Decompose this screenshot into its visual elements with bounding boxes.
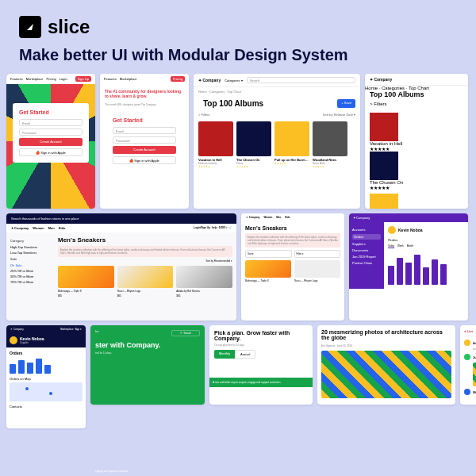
- search-input[interactable]: Search: [247, 77, 355, 83]
- album-item[interactable]: The Chosen On★★★★★: [370, 152, 463, 190]
- filter-radio[interactable]: On Sale: [10, 263, 50, 267]
- plan-card: Pick a plan. Grow faster with Company. T…: [209, 325, 313, 405]
- sort-dropdown[interactable]: Sort by Recommended ▾: [58, 259, 232, 263]
- community-headline: The #1 community for designers looking t…: [100, 84, 189, 103]
- password-field[interactable]: Password: [19, 129, 83, 136]
- albums-card-narrow: ✦ Company Home · Categories · Top Chart …: [365, 74, 468, 209]
- signup-form: Get Started Email Password Create Accoun…: [13, 103, 89, 163]
- nav-login[interactable]: Login: [60, 77, 67, 81]
- section-title: Men's Sneakers: [58, 236, 232, 244]
- filter-checkbox[interactable]: High-Top Sneakers: [10, 245, 50, 249]
- orders-chart: [388, 253, 464, 285]
- sneakers-card: Search thousands of fashion stores in on…: [6, 213, 236, 321]
- filters-toggle[interactable]: > Filters: [370, 102, 387, 106]
- sort-dropdown[interactable]: Sort by Release Date ▾: [323, 113, 355, 117]
- album-item[interactable]: Pull up on Her Burning Lips★★★★★: [274, 121, 309, 168]
- community-sub: This month 900+ designers joined The Com…: [100, 103, 189, 106]
- filter-sidebar: Category High-Top Sneakers Low-Top Sneak…: [6, 232, 54, 301]
- form-title: Get Started: [113, 117, 176, 123]
- product-card[interactable]: Gucci — Rhyton Logo$85: [117, 266, 174, 298]
- article-byline: Erin Spencer · June 20, 2019: [317, 344, 455, 347]
- create-account-button[interactable]: Create Account: [19, 138, 83, 146]
- sidebar-item-chain[interactable]: Product Chain: [352, 261, 381, 265]
- page-title: Top 100 Albums: [198, 99, 268, 108]
- album-item[interactable]: The Chosen OnFuture★★★★★: [236, 121, 271, 168]
- nav-features[interactable]: Features: [10, 77, 23, 81]
- tab-month[interactable]: Month: [407, 244, 413, 248]
- filter-radio[interactable]: 70% Off or More: [10, 280, 50, 284]
- faster-card-green: In ▾🔍 Search ster with Company. trial fo…: [90, 325, 205, 405]
- tab-today[interactable]: Today: [388, 244, 394, 248]
- filter-radio[interactable]: 20% Off or More: [10, 269, 50, 273]
- create-account-button[interactable]: Create Account: [113, 146, 176, 154]
- signup-card-hero: Features Marketplace Pricing Login Sign …: [6, 74, 95, 209]
- sidebar-item-report[interactable]: Jan 2019 Report: [352, 255, 381, 259]
- form-title: Get Started: [19, 109, 83, 115]
- monthly-toggle[interactable]: Monthly: [214, 350, 235, 359]
- album-item[interactable]: Vacation in HellFlatbush Zombies★★★★★: [198, 121, 233, 168]
- article-title: 20 mesmerizing photos of architecture ac…: [317, 325, 455, 344]
- signup-button[interactable]: Sign Up: [75, 76, 91, 82]
- brand-name: slice: [48, 16, 90, 38]
- avatar: [388, 226, 396, 234]
- sidebar-item-accounts[interactable]: Accounts: [352, 228, 381, 232]
- headline: ster with Company.: [95, 341, 200, 349]
- slice-icon: [19, 16, 41, 38]
- contact-name[interactable]: Niyah Solemi: [473, 390, 476, 394]
- album-item[interactable]: Pull up on Her Burning Lips: [370, 194, 463, 209]
- article-card: 20 mesmerizing photos of architecture ac…: [317, 325, 455, 405]
- save-button[interactable]: + Save: [337, 99, 355, 108]
- apple-signin-button[interactable]: 🍎 Sign in with Apple: [113, 156, 176, 164]
- nav-pricing[interactable]: Pricing: [171, 76, 185, 82]
- page-title: Top 100 Albums: [365, 90, 468, 98]
- dashboard-card: ✦ Company Accounts Orders Suppliers Docu…: [349, 213, 468, 321]
- live-badge: ● Live: [464, 329, 474, 333]
- annual-toggle[interactable]: Annual: [235, 350, 255, 359]
- filter-button[interactable]: Filter ▾: [294, 250, 341, 258]
- contact-name[interactable]: Justine Robinson: [473, 355, 476, 359]
- password-field[interactable]: Password: [113, 136, 176, 144]
- album-item[interactable]: Woodland RitesGrass Moth★★★★★: [313, 121, 347, 168]
- sneakers-card-narrow: ✦ CompanyWomenMenKids Men's Sneakers Exp…: [241, 213, 344, 321]
- search-banner: Search thousands of fashion stores in on…: [6, 213, 236, 224]
- top-nav: Features Marketplace Pricing Login Sign …: [6, 74, 95, 84]
- categories-dropdown[interactable]: Categories ▾: [225, 79, 242, 83]
- message-image: [473, 363, 476, 386]
- plan-headline: Pick a plan. Grow faster with Company.: [214, 330, 308, 341]
- dash-brand: ✦ Company: [349, 213, 468, 222]
- product-card[interactable]: Adidas by Raf Simons$85: [176, 266, 232, 298]
- albums-card: ✦ Company Categories ▾ Search Home · Cat…: [194, 74, 360, 209]
- sidebar-item-suppliers[interactable]: Suppliers: [352, 242, 381, 246]
- product-card[interactable]: Balenciaga — Triple S: [245, 260, 291, 282]
- album-item[interactable]: Vacation in Hell★★★★★: [370, 113, 463, 152]
- sidebar-item-documents[interactable]: Documents: [352, 248, 381, 252]
- breadcrumb: Home · Categories · Top Chart: [194, 87, 360, 96]
- tab-week[interactable]: Week: [397, 244, 404, 248]
- live-card: ● Live Asaka Chimako text of the printin…: [460, 325, 476, 405]
- sidebar-item-orders[interactable]: Orders: [352, 234, 381, 240]
- company-logo[interactable]: ✦ Company: [370, 77, 392, 82]
- email-field[interactable]: Email: [113, 127, 176, 134]
- apple-signin-button[interactable]: 🍎 Sign in with Apple: [19, 148, 83, 156]
- nav-features[interactable]: Features: [104, 77, 117, 81]
- tab-men[interactable]: Men: [48, 226, 55, 230]
- tab-women[interactable]: Women: [33, 226, 44, 230]
- company-logo[interactable]: ✦ Company: [198, 78, 221, 83]
- filters-toggle[interactable]: > Filters: [198, 113, 209, 117]
- filter-checkbox[interactable]: Low-Top Sneakers: [10, 251, 50, 255]
- tab-kids[interactable]: Kids: [59, 226, 66, 230]
- filter-radio[interactable]: 50% Off or More: [10, 274, 50, 278]
- nav-marketplace[interactable]: Marketplace: [120, 77, 137, 81]
- avatar: [10, 336, 17, 344]
- dashboard-light-card: ✦ CompanyMarketplace · App ▾ Kevin Noboa…: [6, 325, 86, 428]
- contact-name[interactable]: Asaka Chimako: [473, 341, 476, 345]
- nav-pricing[interactable]: Pricing: [47, 77, 56, 81]
- sort-button[interactable]: Sort ▾: [245, 250, 292, 258]
- product-card[interactable]: Gucci — Rhyton Logo: [294, 260, 340, 282]
- product-card[interactable]: Balenciaga — Triple S$85: [58, 266, 114, 298]
- search-input[interactable]: 🔍 Search: [171, 330, 200, 336]
- nav-marketplace[interactable]: Marketplace: [26, 77, 44, 81]
- dash-sidebar: Accounts Orders Suppliers Documents Jan …: [349, 222, 384, 289]
- map-widget[interactable]: [10, 382, 83, 401]
- email-field[interactable]: Email: [19, 119, 83, 126]
